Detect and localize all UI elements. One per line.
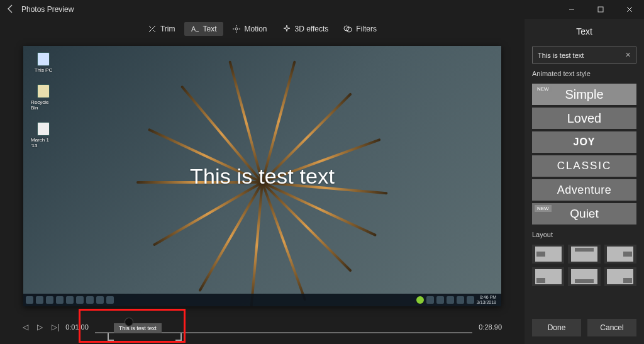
title-bar: Photos Preview <box>0 0 644 19</box>
style-new-badge: NEW <box>535 205 552 212</box>
style-simple[interactable]: NEW Simple <box>532 84 636 105</box>
desktop-icon: This PC <box>31 52 56 73</box>
editor-pane: Trim A Text Motion 3D effects Filters <box>0 19 525 344</box>
text-label: Text <box>203 25 217 33</box>
filters-tool[interactable]: Filters <box>337 22 383 36</box>
desktop-icons: This PC Recycle Bin March 1 '13 <box>31 52 56 148</box>
text-input-value: This is test text <box>538 52 584 59</box>
text-tool[interactable]: A Text <box>184 22 223 36</box>
window-controls <box>557 0 644 19</box>
timeline-track[interactable]: This is test text <box>95 314 472 340</box>
back-button[interactable] <box>0 4 21 16</box>
timeline: ◁ ▷ ▷| 0:01.00 This is test text 0:28.90 <box>0 306 525 344</box>
layout-section-label: Layout <box>532 231 636 238</box>
edit-toolbar: Trim A Text Motion 3D effects Filters <box>0 19 525 39</box>
filters-label: Filters <box>356 25 377 33</box>
playhead[interactable] <box>125 318 133 326</box>
arrow-left-icon <box>6 4 16 14</box>
text-input[interactable]: This is test text ✕ <box>532 47 636 64</box>
desktop-icon: Recycle Bin <box>31 84 56 111</box>
current-time: 0:01.00 <box>65 323 89 331</box>
text-clip[interactable]: This is test text <box>114 323 162 333</box>
clip-end-handle[interactable] <box>175 333 182 341</box>
sidebar-title: Text <box>532 26 636 36</box>
layout-grid <box>532 245 636 286</box>
svg-text:A: A <box>191 25 196 33</box>
app-title: Photos Preview <box>21 5 74 14</box>
next-frame-button[interactable]: ▷| <box>52 323 59 331</box>
clip-start-handle[interactable] <box>108 333 114 341</box>
done-button[interactable]: Done <box>532 319 581 336</box>
svg-point-2 <box>235 28 238 30</box>
minimize-button[interactable] <box>557 0 586 19</box>
layout-bottom-right[interactable] <box>604 267 636 286</box>
style-joy[interactable]: JOY <box>532 131 636 153</box>
trim-tool[interactable]: Trim <box>142 22 182 36</box>
style-section-label: Animated text style <box>532 70 636 77</box>
prev-frame-button[interactable]: ◁ <box>23 323 28 331</box>
sparkle-icon <box>282 25 291 33</box>
clear-text-button[interactable]: ✕ <box>625 51 631 59</box>
total-time: 0:28.90 <box>479 323 502 331</box>
filters-icon <box>343 25 352 33</box>
style-classic[interactable]: CLASSIC <box>532 155 636 177</box>
layout-bottom[interactable] <box>568 267 600 286</box>
cancel-button[interactable]: Cancel <box>587 319 636 336</box>
video-preview[interactable]: This PC Recycle Bin March 1 '13 <box>23 46 501 306</box>
3d-effects-tool[interactable]: 3D effects <box>276 22 335 36</box>
overlay-text: This is test text <box>190 164 335 188</box>
close-button[interactable] <box>615 0 644 19</box>
taskbar: 8:46 PM3/13/2018 <box>23 294 501 306</box>
style-loved[interactable]: Loved <box>532 108 636 129</box>
play-button[interactable]: ▷ <box>37 323 43 331</box>
maximize-button[interactable] <box>586 0 615 19</box>
text-icon: A <box>191 25 199 33</box>
layout-top[interactable] <box>568 245 600 264</box>
text-sidebar: Text This is test text ✕ Animated text s… <box>525 19 644 344</box>
3d-label: 3D effects <box>295 25 329 33</box>
motion-label: Motion <box>245 25 267 33</box>
style-adventure[interactable]: Adventure <box>532 179 636 201</box>
svg-rect-0 <box>598 7 603 12</box>
motion-icon <box>232 25 241 33</box>
layout-bottom-left[interactable] <box>532 267 564 286</box>
layout-right[interactable] <box>604 245 636 264</box>
layout-left[interactable] <box>532 245 564 264</box>
trim-label: Trim <box>160 25 175 33</box>
style-quiet[interactable]: NEW Quiet <box>532 203 636 225</box>
trim-icon <box>148 25 157 33</box>
style-new-badge: NEW <box>535 86 552 92</box>
motion-tool[interactable]: Motion <box>226 22 274 36</box>
desktop-icon: March 1 '13 <box>31 122 56 148</box>
